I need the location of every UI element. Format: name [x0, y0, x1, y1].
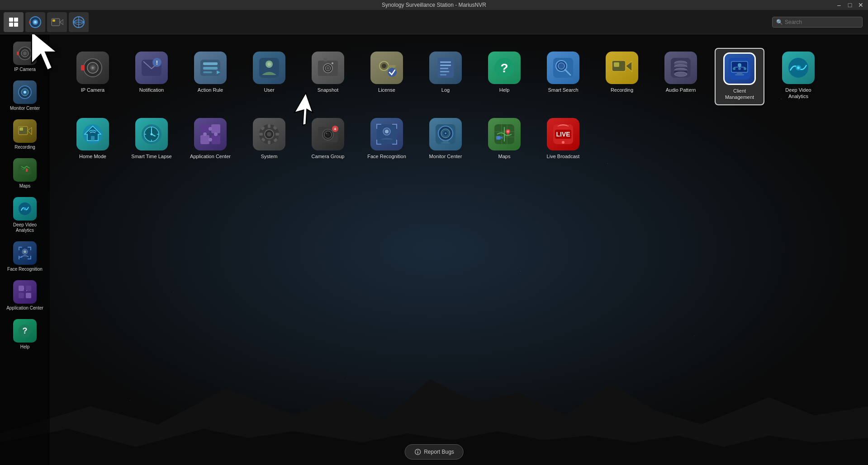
app-live-broadcast[interactable]: LIVE Live Broadcast [538, 114, 588, 163]
sidebar-label-ip-camera: IP Camera [14, 67, 36, 72]
report-bugs-button[interactable]: Report Bugs [404, 444, 464, 460]
svg-rect-41 [30, 256, 31, 259]
svg-rect-78 [440, 65, 451, 66]
svg-point-132 [214, 132, 218, 136]
app-icon-snapshot [312, 52, 344, 84]
svg-point-105 [733, 67, 735, 70]
app-ip-camera[interactable]: IP Camera [68, 48, 118, 105]
app-monitor-center[interactable]: Monitor Center [421, 114, 470, 163]
sidebar-item-help[interactable]: ? Help [5, 316, 45, 352]
sidebar-item-application-center[interactable]: Application Center [5, 277, 45, 314]
app-label-smart-search: Smart Search [548, 87, 578, 93]
svg-point-71 [382, 64, 386, 68]
main-content: IP Camera ! Notification Action Rule [50, 34, 868, 465]
app-user[interactable]: User [244, 48, 294, 105]
app-icon-live-broadcast: LIVE [547, 118, 579, 150]
minimize-button[interactable]: – [835, 1, 843, 9]
svg-rect-72 [388, 65, 396, 67]
sidebar-label-deep-video: Deep Video Analytics [6, 222, 43, 233]
app-icon-face-recognition [370, 118, 403, 150]
app-face-recognition[interactable]: Face Recognition [362, 114, 412, 163]
app-label-deep-video-analytics: Deep Video Analytics [777, 87, 820, 100]
sidebar-icon-face-recognition [13, 241, 37, 265]
app-label-log: Log [441, 87, 450, 93]
app-action-rule[interactable]: Action Rule [185, 48, 235, 105]
app-snapshot[interactable]: Snapshot [303, 48, 353, 105]
svg-rect-52 [81, 65, 85, 70]
app-notification[interactable]: ! Notification [127, 48, 176, 105]
sidebar-icon-help: ? [13, 319, 37, 343]
svg-point-174 [562, 141, 564, 144]
app-smart-time-lapse[interactable]: Smart Time Lapse [127, 114, 176, 163]
svg-point-176 [417, 450, 418, 451]
search-input[interactable] [785, 19, 859, 25]
svg-point-51 [92, 67, 94, 69]
recording-toolbar-button[interactable] [47, 12, 67, 32]
search-box[interactable]: 🔍 [772, 17, 863, 28]
app-icon-smart-search [547, 52, 579, 84]
app-icon-log [429, 52, 462, 84]
maximize-button[interactable]: □ [846, 1, 854, 9]
app-log[interactable]: Log [421, 48, 470, 105]
svg-rect-1 [14, 18, 18, 22]
svg-rect-25 [19, 127, 23, 131]
app-label-license: License [378, 87, 395, 93]
svg-point-149 [326, 132, 327, 134]
svg-point-18 [23, 52, 27, 55]
svg-rect-177 [417, 451, 418, 454]
app-application-center[interactable]: Application Center [185, 114, 235, 163]
home-button[interactable] [4, 12, 24, 32]
app-camera-group[interactable]: + Camera Group [303, 114, 353, 163]
sidebar-item-recording[interactable]: Recording [5, 117, 45, 153]
sidebar-icon-application-center [13, 280, 37, 304]
svg-marker-24 [28, 127, 32, 135]
app-icon-application-center [194, 118, 227, 150]
app-icon-smart-time-lapse [135, 118, 168, 150]
svg-rect-68 [323, 58, 327, 61]
app-icon-action-rule [194, 52, 227, 84]
svg-point-104 [738, 63, 741, 67]
app-license[interactable]: License [362, 48, 412, 105]
app-maps[interactable]: Maps [479, 114, 529, 163]
svg-rect-43 [26, 286, 31, 291]
camera-toolbar-button[interactable] [25, 12, 45, 32]
app-system[interactable]: System [244, 114, 294, 163]
svg-point-136 [267, 132, 271, 136]
svg-point-113 [797, 66, 800, 69]
app-label-action-rule: Action Rule [198, 87, 223, 93]
sidebar-item-maps[interactable]: Maps [5, 155, 45, 192]
app-icon-deep-video-analytics [782, 52, 815, 84]
svg-rect-91 [614, 62, 619, 67]
app-recording[interactable]: Recording [597, 48, 647, 105]
app-deep-video-analytics[interactable]: Deep Video Analytics [773, 48, 823, 105]
app-audio-pattern[interactable]: Audio Pattern [656, 48, 706, 105]
svg-rect-2 [9, 23, 13, 27]
app-icon-maps [488, 118, 521, 150]
sidebar-item-ip-camera[interactable]: IP Camera [5, 39, 45, 75]
svg-rect-160 [443, 141, 448, 142]
app-home-mode[interactable]: Home Mode [68, 114, 118, 163]
app-label-live-broadcast: Live Broadcast [547, 153, 580, 160]
report-bugs-label: Report Bugs [424, 449, 454, 455]
app-icon-notification: ! [135, 52, 168, 84]
sidebar-item-deep-video-analytics[interactable]: Deep Video Analytics [5, 194, 45, 236]
sidebar-item-monitor-center[interactable]: Monitor Center [5, 78, 45, 114]
app-label-monitor-center: Monitor Center [429, 153, 462, 160]
svg-point-131 [203, 132, 207, 136]
app-icon-ip-camera [76, 52, 109, 84]
svg-rect-0 [9, 18, 13, 22]
app-client-management[interactable]: Client Management [715, 48, 764, 105]
app-label-maps: Maps [498, 153, 511, 160]
svg-point-121 [151, 133, 153, 135]
svg-point-6 [34, 21, 37, 23]
svg-rect-140 [275, 133, 279, 136]
sidebar-item-face-recognition[interactable]: Face Recognition [5, 239, 45, 275]
svg-rect-3 [14, 23, 18, 27]
close-button[interactable]: ✕ [857, 1, 864, 9]
app-help[interactable]: ? Help [479, 48, 529, 105]
svg-point-168 [507, 130, 509, 132]
app-smart-search[interactable]: Smart Search [538, 48, 588, 105]
app-label-user: User [264, 87, 274, 93]
svg-point-159 [445, 132, 446, 134]
network-toolbar-button[interactable] [69, 12, 89, 32]
